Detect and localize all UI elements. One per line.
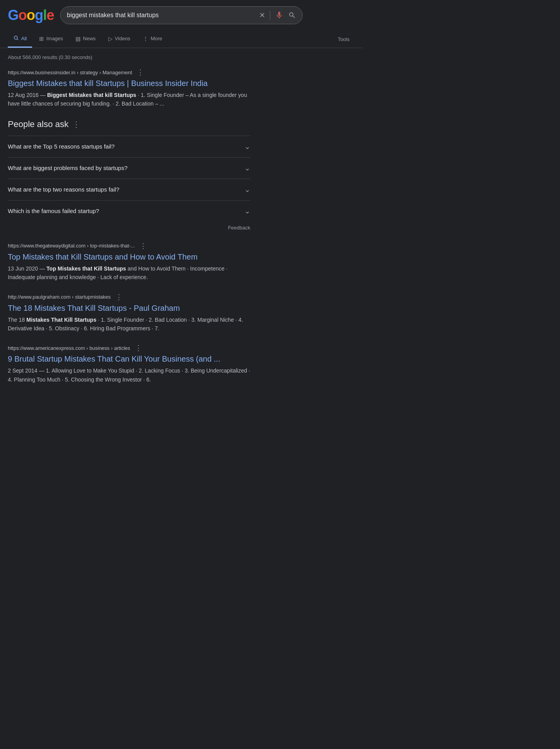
paa-chevron-4: ⌄ [244,207,250,215]
search-icon [288,11,296,19]
result-menu-3[interactable]: ⋮ [115,293,122,301]
nav-tabs: All ⊞ Images ▤ News ▷ Videos ⋮ More Tool… [0,30,363,48]
paa-title-text: People also ask [8,119,68,129]
search-bar-icons: ✕ [259,11,296,20]
news-icon: ▤ [75,36,81,42]
search-bar[interactable]: biggest mistakes that kill startups ✕ [60,6,303,24]
paa-chevron-2: ⌄ [244,164,250,172]
search-input[interactable]: biggest mistakes that kill startups [67,12,259,19]
result-item-4: https://www.americanexpress.com › busine… [8,344,250,384]
tab-videos[interactable]: ▷ Videos [103,31,136,48]
result-menu-1[interactable]: ⋮ [137,68,144,77]
paa-chevron-3: ⌄ [244,185,250,194]
tab-news-label: News [83,36,96,41]
result-url-text-4: https://www.americanexpress.com › busine… [8,345,130,351]
mic-icon [275,11,284,20]
paa-question-1: What are the Top 5 reasons startups fail… [8,143,115,150]
videos-icon: ▷ [108,36,113,42]
paa-question-3: What are the top two reasons startups fa… [8,186,119,193]
paa-question-4: Which is the famous failed startup? [8,208,99,214]
all-icon [13,35,19,42]
paa-item-3[interactable]: What are the top two reasons startups fa… [8,179,250,200]
result-snippet-3: The 18 Mistakes That Kill Startups · 1. … [8,315,250,333]
main-content: About 566,000 results (0.30 seconds) htt… [0,48,258,401]
result-url-text-1: https://www.businessinsider.in › strateg… [8,70,132,75]
result-menu-2[interactable]: ⋮ [140,242,147,250]
paa-question-2: What are biggest problems faced by start… [8,165,127,171]
tab-images[interactable]: ⊞ Images [34,31,68,48]
paa-menu-icon[interactable]: ⋮ [72,120,80,129]
search-divider [270,11,270,20]
result-title-2[interactable]: Top Mistakes that Kill Startups and How … [8,252,250,262]
result-url-1: https://www.businessinsider.in › strateg… [8,68,250,77]
result-url-4: https://www.americanexpress.com › busine… [8,344,250,352]
tab-all[interactable]: All [8,30,32,48]
result-item-3: http://www.paulgraham.com › startupmista… [8,293,250,333]
result-title-3[interactable]: The 18 Mistakes That Kill Startups - Pau… [8,303,250,313]
paa-chevron-1: ⌄ [244,142,250,151]
images-icon: ⊞ [39,36,44,42]
paa-item-2[interactable]: What are biggest problems faced by start… [8,157,250,179]
paa-title: People also ask ⋮ [8,119,250,129]
paa-item-1[interactable]: What are the Top 5 reasons startups fail… [8,136,250,157]
google-logo: Google [8,7,54,23]
search-submit-button[interactable] [288,11,296,19]
tab-videos-label: Videos [115,36,131,41]
result-snippet-4: 2 Sept 2014 — 1. Allowing Love to Make Y… [8,366,250,384]
header: Google biggest mistakes that kill startu… [0,0,363,30]
result-url-2: https://www.thegatewaydigital.com › top-… [8,242,250,250]
results-count: About 566,000 results (0.30 seconds) [8,54,250,60]
svg-line-1 [17,39,18,40]
tab-all-label: All [21,36,27,41]
result-snippet-2: 13 Jun 2020 — Top Mistakes that Kill Sta… [8,264,250,282]
paa-item-4[interactable]: Which is the famous failed startup? ⌄ [8,200,250,222]
tab-more-label: More [151,36,162,41]
result-title-4[interactable]: 9 Brutal Startup Mistakes That Can Kill … [8,354,250,364]
feedback-button[interactable]: Feedback [228,225,250,231]
tab-images-label: Images [46,36,63,41]
tab-more[interactable]: ⋮ More [137,31,168,48]
more-icon: ⋮ [143,36,148,42]
feedback-row: Feedback [8,225,250,231]
result-snippet-1: 12 Aug 2016 — Biggest Mistakes that kill… [8,91,250,108]
result-item-2: https://www.thegatewaydigital.com › top-… [8,242,250,282]
result-title-1[interactable]: Biggest Mistakes that kill Startups | Bu… [8,78,250,88]
result-url-text-2: https://www.thegatewaydigital.com › top-… [8,243,135,249]
result-url-text-3: http://www.paulgraham.com › startupmista… [8,294,111,300]
tab-news[interactable]: ▤ News [70,31,101,48]
tools-button[interactable]: Tools [332,32,355,47]
result-url-3: http://www.paulgraham.com › startupmista… [8,293,250,301]
result-item-1: https://www.businessinsider.in › strateg… [8,68,250,108]
clear-button[interactable]: ✕ [259,11,265,20]
people-also-ask: People also ask ⋮ What are the Top 5 rea… [8,119,250,231]
voice-search-button[interactable] [275,11,284,20]
result-menu-4[interactable]: ⋮ [135,344,142,352]
